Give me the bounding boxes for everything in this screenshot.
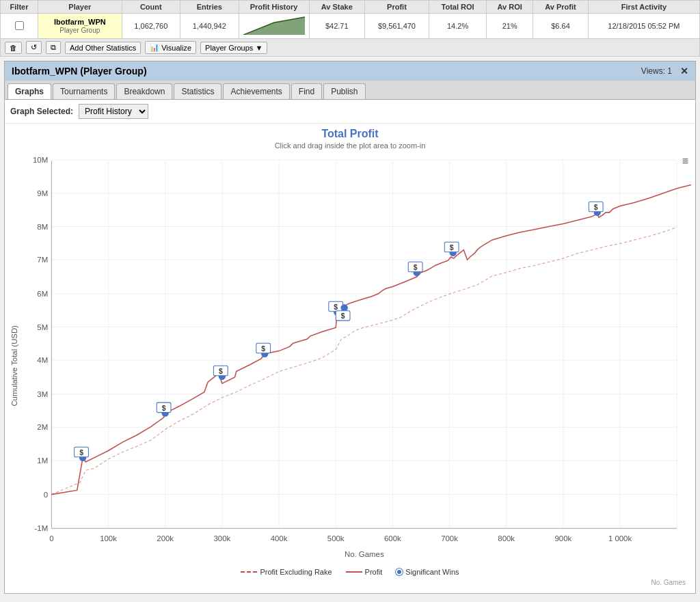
table-row[interactable]: Ibotfarm_WPN Player Group 1,062,760 1,44… <box>1 14 700 39</box>
svg-text:1M: 1M <box>37 456 48 465</box>
close-button[interactable]: ✕ <box>680 66 688 77</box>
chart-title: Total Profit <box>9 128 691 140</box>
svg-marker-0 <box>243 17 305 35</box>
svg-text:Cumulative Total (USD): Cumulative Total (USD) <box>10 325 18 407</box>
chart-container: ≡ <box>9 154 691 564</box>
sparkline-cell <box>239 14 309 39</box>
player-cell: Ibotfarm_WPN Player Group <box>38 14 122 39</box>
legend-profit-label: Profit <box>365 568 383 576</box>
svg-text:$: $ <box>334 303 338 311</box>
panel-views: Views: 1 <box>641 66 672 76</box>
legend-profit-excluding-rake: Profit Excluding Rake <box>241 568 332 576</box>
total-roi-cell: 14.2% <box>429 14 486 39</box>
svg-rect-1 <box>9 154 691 564</box>
svg-text:$: $ <box>594 204 598 211</box>
tab-tournaments[interactable]: Tournaments <box>53 83 115 99</box>
panel-header: Ibotfarm_WPN (Player Group) Views: 1 ✕ <box>5 61 695 81</box>
chart-menu-button[interactable]: ≡ <box>682 155 688 167</box>
svg-text:No. Games: No. Games <box>345 550 384 558</box>
sig-win-marker <box>340 304 347 311</box>
svg-text:400k: 400k <box>271 534 288 543</box>
player-col-header: Player <box>38 1 122 14</box>
count-cell: 1,062,760 <box>122 14 180 39</box>
svg-text:5M: 5M <box>37 323 48 331</box>
svg-text:0: 0 <box>44 491 48 499</box>
refresh-icon: ↺ <box>31 43 37 52</box>
add-stats-button[interactable]: Add Other Statistics <box>65 42 141 54</box>
player-panel: Ibotfarm_WPN (Player Group) Views: 1 ✕ G… <box>4 61 696 594</box>
delete-button[interactable]: 🗑 <box>5 42 22 54</box>
svg-text:10M: 10M <box>33 156 48 164</box>
tab-achievements[interactable]: Achievements <box>223 83 289 99</box>
player-groups-label: Player Groups ▼ <box>205 44 262 52</box>
player-table: Filter Player Count Entries Profit Histo… <box>0 0 700 39</box>
chart-area: Total Profit Click and drag inside the p… <box>5 124 695 593</box>
svg-text:300k: 300k <box>213 534 230 543</box>
tab-breakdown[interactable]: Breakdown <box>116 83 172 99</box>
svg-text:$: $ <box>261 345 265 353</box>
svg-text:4M: 4M <box>37 356 48 364</box>
visualize-button[interactable]: 📊 Visualize <box>145 41 196 54</box>
svg-text:900k: 900k <box>554 534 571 543</box>
tab-publish[interactable]: Publish <box>323 83 365 99</box>
svg-text:0: 0 <box>49 534 53 543</box>
svg-text:100k: 100k <box>100 534 117 543</box>
tab-graphs[interactable]: Graphs <box>8 83 51 99</box>
copy-button[interactable]: ⧉ <box>46 41 61 54</box>
legend-significant-wins-label: Significant Wins <box>405 568 459 576</box>
copy-icon: ⧉ <box>51 43 56 52</box>
toolbar: 🗑 ↺ ⧉ Add Other Statistics 📊 Visualize P… <box>0 39 700 57</box>
profit-col-header: Profit <box>365 1 429 14</box>
av-stake-col-header: Av Stake <box>309 1 365 14</box>
player-name: Ibotfarm_WPN <box>42 18 118 26</box>
chart-credit: No. Games <box>9 579 691 589</box>
add-stats-label: Add Other Statistics <box>70 44 136 52</box>
svg-text:3M: 3M <box>37 390 48 398</box>
profit-history-col-header: Profit History <box>239 1 309 14</box>
av-profit-cell: $6.64 <box>533 14 589 39</box>
first-activity-col-header: First Activity <box>588 1 699 14</box>
legend-profit: Profit <box>346 568 383 576</box>
player-groups-button[interactable]: Player Groups ▼ <box>200 42 267 54</box>
svg-text:8M: 8M <box>37 223 48 231</box>
legend-dashed-line <box>241 571 257 573</box>
svg-text:$: $ <box>341 312 345 320</box>
svg-text:7M: 7M <box>37 256 48 264</box>
graph-selector-label: Graph Selected: <box>10 107 73 116</box>
delete-icon: 🗑 <box>10 44 17 52</box>
svg-text:200k: 200k <box>157 534 174 543</box>
svg-text:1 000k: 1 000k <box>608 534 632 543</box>
graph-selector-dropdown[interactable]: Profit History ROI History Stake History <box>79 104 148 119</box>
entries-col-header: Entries <box>180 1 239 14</box>
entries-cell: 1,440,942 <box>180 14 239 39</box>
chart-legend: Profit Excluding Rake Profit Significant… <box>9 564 691 579</box>
first-activity-cell: 12/18/2015 05:52 PM <box>588 14 699 39</box>
svg-text:$: $ <box>219 368 223 375</box>
svg-text:700k: 700k <box>441 534 458 543</box>
av-roi-cell: 21% <box>487 14 533 39</box>
tab-bar: Graphs Tournaments Breakdown Statistics … <box>5 81 695 100</box>
chart-subtitle: Click and drag inside the plot area to z… <box>9 141 691 150</box>
row-checkbox[interactable] <box>15 21 24 30</box>
svg-text:9M: 9M <box>37 189 48 197</box>
svg-text:$: $ <box>79 449 83 456</box>
av-roi-col-header: Av ROI <box>487 1 533 14</box>
refresh-button[interactable]: ↺ <box>26 41 42 54</box>
visualize-label: Visualize <box>161 44 191 52</box>
sparkline-chart <box>243 16 305 35</box>
count-col-header: Count <box>122 1 180 14</box>
visualize-icon: 📊 <box>150 43 159 52</box>
svg-text:600k: 600k <box>384 534 401 543</box>
tab-find[interactable]: Find <box>291 83 322 99</box>
graph-selector-bar: Graph Selected: Profit History ROI Histo… <box>5 100 695 124</box>
player-group: Player Group <box>59 27 100 34</box>
legend-circle-icon <box>396 569 403 575</box>
tab-statistics[interactable]: Statistics <box>174 83 221 99</box>
svg-text:$: $ <box>450 244 454 251</box>
svg-text:2M: 2M <box>37 424 48 432</box>
svg-text:6M: 6M <box>37 290 48 298</box>
filter-cell <box>1 14 38 39</box>
filter-col-header: Filter <box>1 1 38 14</box>
panel-title: Ibotfarm_WPN (Player Group) <box>12 66 147 77</box>
svg-text:-1M: -1M <box>35 524 49 532</box>
